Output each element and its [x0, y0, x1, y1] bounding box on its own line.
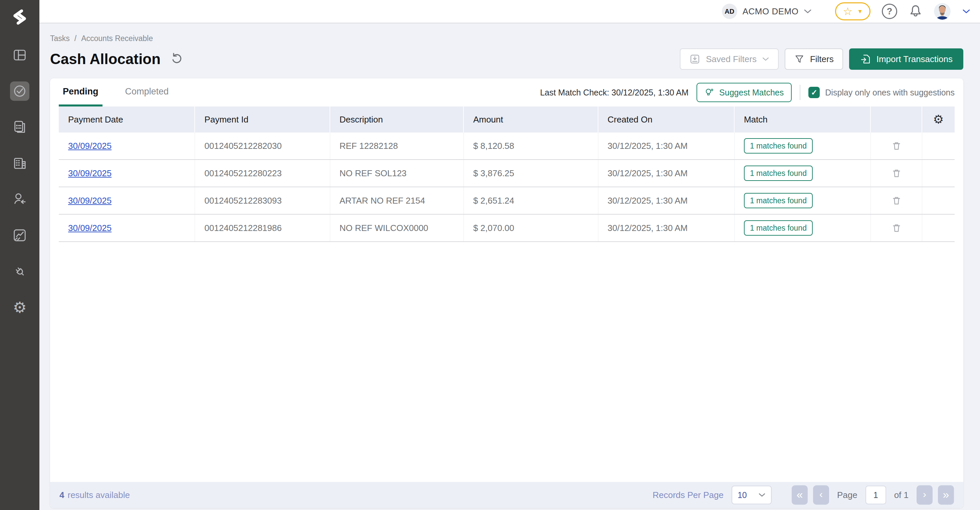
page-number-input[interactable] [865, 486, 886, 504]
sidebar-item-company[interactable] [10, 154, 29, 173]
delete-row-button[interactable] [891, 168, 902, 178]
saved-filters-icon [689, 53, 700, 65]
next-page-button[interactable]: › [916, 485, 932, 505]
chevron-down-icon [758, 493, 766, 497]
avatar-image [934, 3, 951, 20]
delete-row-button[interactable] [891, 195, 902, 206]
tab-completed[interactable]: Completed [121, 78, 173, 106]
user-avatar[interactable] [934, 3, 951, 20]
table-footer: 4results available Records Per Page 10 «… [50, 482, 963, 508]
trash-icon [891, 223, 902, 233]
col-settings: ⚙ [922, 106, 955, 132]
company-icon [12, 156, 27, 171]
col-created-on: Created On [598, 106, 735, 132]
main-area: AD ACMO DEMO ☆ ▼ ? [40, 0, 980, 510]
created-on-cell: 30/12/2025, 1:30 AM [598, 214, 735, 241]
delete-row-button[interactable] [891, 141, 902, 151]
tab-pending[interactable]: Pending [59, 78, 102, 106]
table-settings-gear-icon[interactable]: ⚙ [933, 113, 943, 126]
results-summary: 4results available [59, 490, 130, 500]
favorites-menu[interactable]: ☆ ▼ [835, 2, 870, 21]
breadcrumb-accounts-receivable[interactable]: Accounts Receivable [81, 34, 153, 43]
lightbulb-icon [705, 87, 714, 97]
sidebar-item-reports[interactable] [10, 226, 29, 245]
trash-icon [891, 141, 902, 151]
transactions-table: Payment Date Payment Id Description Amou… [59, 106, 955, 482]
match-badge[interactable]: 1 matches found [744, 138, 813, 154]
sidebar-item-settings[interactable]: ⚙ [10, 298, 29, 317]
profile-chevron-down-icon[interactable] [962, 9, 970, 14]
match-badge[interactable]: 1 matches found [744, 193, 813, 208]
description-cell: NO REF SOL123 [330, 160, 464, 187]
saved-filters-button[interactable]: Saved Filters [680, 48, 779, 70]
account-name: ACMO DEMO [743, 6, 799, 17]
match-badge[interactable]: 1 matches found [744, 220, 813, 236]
user-assign-icon [12, 192, 27, 207]
records-per-page-label: Records Per Page [652, 490, 723, 500]
table-row: 30/09/2025 0012405212281986 NO REF WILCO… [59, 214, 955, 242]
col-payment-id: Payment Id [195, 106, 330, 132]
page-title: Cash Allocation [50, 51, 161, 67]
amount-cell: $ 3,876.25 [464, 160, 598, 187]
sidebar-item-dashboard[interactable] [10, 45, 29, 65]
created-on-cell: 30/12/2025, 1:30 AM [598, 187, 735, 214]
trash-icon [891, 168, 902, 178]
table-row: 30/09/2025 0012405212280223 NO REF SOL12… [59, 160, 955, 187]
tabs-row: Pending Completed Last Match Check: 30/1… [50, 78, 963, 106]
last-page-button[interactable]: » [938, 485, 954, 505]
question-icon: ? [887, 6, 892, 17]
saved-filters-label: Saved Filters [706, 54, 757, 64]
sidebar-nav: ⚙ [10, 45, 29, 317]
breadcrumb-tasks[interactable]: Tasks [50, 34, 70, 43]
col-amount: Amount [464, 106, 598, 132]
payment-date-link[interactable]: 30/09/2025 [68, 223, 111, 233]
description-cell: REF 12282128 [330, 132, 464, 159]
content: Tasks / Accounts Receivable Cash Allocat… [40, 23, 980, 510]
app-logo-icon [10, 7, 30, 27]
cash-allocation-card: Pending Completed Last Match Check: 30/1… [50, 78, 963, 508]
match-badge[interactable]: 1 matches found [744, 165, 813, 181]
filters-label: Filters [810, 54, 834, 64]
col-payment-date: Payment Date [59, 106, 195, 132]
notifications-button[interactable] [908, 4, 923, 19]
sidebar-item-users[interactable] [10, 189, 29, 209]
description-cell: NO REF WILCOX0000 [330, 214, 464, 241]
page-of-label: of 1 [894, 490, 908, 500]
import-transactions-label: Import Transactions [877, 54, 953, 64]
match-bar: Last Match Check: 30/12/2025, 1:30 AM Su… [540, 78, 955, 106]
caret-down-icon: ▼ [857, 9, 863, 14]
divider [800, 85, 800, 100]
filters-button[interactable]: Filters [785, 48, 843, 70]
documents-icon [12, 119, 27, 135]
previous-page-button[interactable]: ‹ [813, 485, 829, 505]
payment-date-link[interactable]: 30/09/2025 [68, 195, 111, 206]
delete-row-button[interactable] [891, 223, 902, 233]
sidebar-item-integrations[interactable] [10, 262, 29, 281]
account-switcher[interactable]: AD ACMO DEMO [722, 4, 812, 19]
suggestions-checkbox[interactable]: ✓ [808, 87, 820, 98]
payment-date-link[interactable]: 30/09/2025 [68, 141, 111, 151]
created-on-cell: 30/12/2025, 1:30 AM [598, 132, 735, 159]
help-button[interactable]: ? [882, 4, 897, 19]
title-row: Cash Allocation Saved Fil [50, 48, 963, 70]
results-label: results available [67, 490, 130, 500]
records-per-page-select[interactable]: 10 [732, 486, 772, 504]
payment-id-cell: 0012405212280223 [195, 160, 330, 187]
payment-date-link[interactable]: 30/09/2025 [68, 168, 111, 179]
dashboard-icon [12, 48, 27, 63]
first-page-button[interactable]: « [792, 485, 808, 505]
sidebar-item-documents[interactable] [10, 118, 29, 137]
reports-icon [12, 228, 27, 243]
table-empty-space [59, 242, 955, 482]
app-root: ⚙ AD ACMO DEMO ☆ ▼ ? [0, 0, 980, 510]
sidebar-item-tasks[interactable] [10, 81, 29, 101]
refresh-button[interactable] [170, 52, 183, 66]
table-row: 30/09/2025 0012405212283093 ARTAR NO REF… [59, 187, 955, 214]
payment-id-cell: 0012405212281986 [195, 214, 330, 241]
suggest-matches-label: Suggest Matches [719, 88, 784, 97]
import-transactions-button[interactable]: Import Transactions [849, 48, 963, 70]
suggest-matches-button[interactable]: Suggest Matches [697, 83, 792, 102]
tabs: Pending Completed [59, 78, 173, 106]
col-description: Description [330, 106, 464, 132]
last-match-check: Last Match Check: 30/12/2025, 1:30 AM [540, 88, 689, 97]
